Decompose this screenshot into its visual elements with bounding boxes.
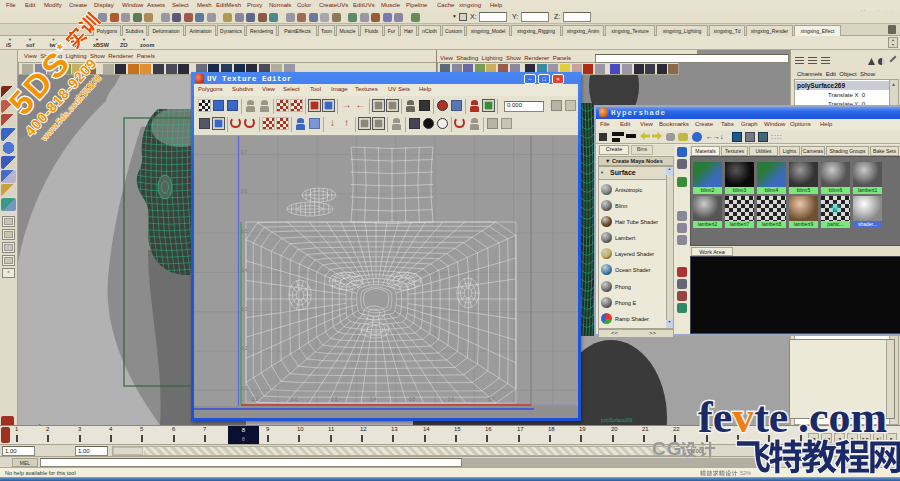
- svg-text:fevte: fevte: [698, 393, 788, 442]
- svg-text:.com: .com: [798, 393, 887, 442]
